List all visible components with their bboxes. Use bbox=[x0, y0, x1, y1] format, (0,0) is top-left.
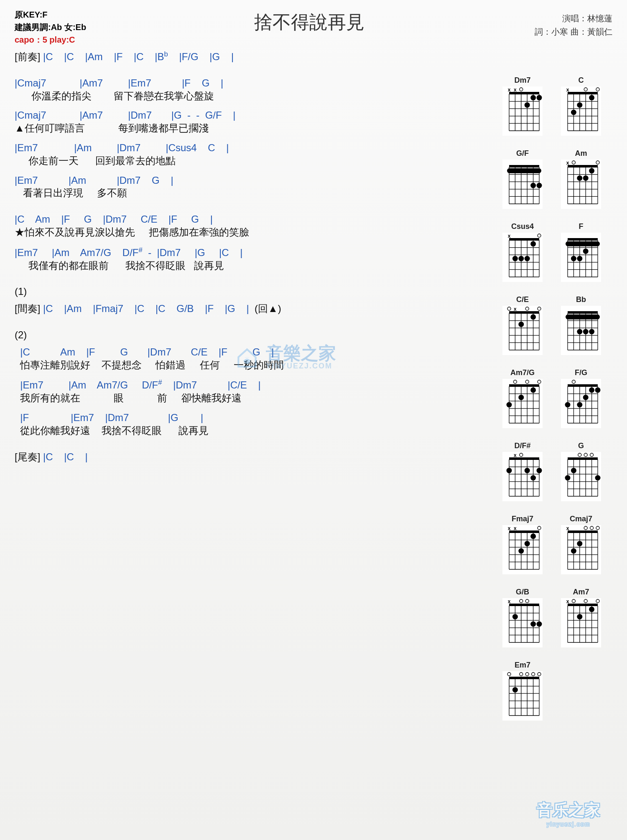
chord-grid: x bbox=[502, 598, 543, 649]
v1-l3: 你走前一天 回到最常去的地點 bbox=[15, 155, 492, 167]
chord-label: Bb bbox=[576, 295, 586, 304]
svg-point-69 bbox=[577, 175, 582, 181]
chord-grid bbox=[502, 671, 543, 722]
chord-row: Dm7xxCx bbox=[500, 76, 612, 137]
svg-point-32 bbox=[589, 95, 594, 100]
outro-label: [尾奏] bbox=[15, 451, 40, 462]
svg-point-14 bbox=[530, 95, 536, 100]
chord-diagram-csus4: Csus4x bbox=[500, 222, 545, 284]
v1-l4: 看著日出浮現 多不願 bbox=[15, 187, 492, 199]
svg-point-126 bbox=[507, 307, 511, 310]
chord-row: Csus4xF bbox=[500, 222, 612, 284]
song-title: 捨不得說再見 bbox=[115, 8, 504, 35]
svg-point-162 bbox=[525, 380, 529, 383]
svg-text:x: x bbox=[566, 525, 569, 531]
svg-point-86 bbox=[530, 241, 536, 246]
chord-grid bbox=[561, 306, 601, 357]
sharp-symbol: # bbox=[139, 246, 143, 254]
chord-label: Am7 bbox=[573, 588, 589, 596]
svg-point-123 bbox=[518, 322, 524, 327]
chord-label: C/E bbox=[516, 295, 529, 304]
svg-point-52 bbox=[537, 183, 542, 188]
chord-row: Am7/GF/G bbox=[500, 368, 612, 430]
credit-singer: 演唱：林憶蓮 bbox=[504, 12, 612, 25]
meta-left: 原KEY:F 建議男調:Ab 女:Eb capo：5 play:C bbox=[15, 8, 115, 46]
chord-diagram-am: Amx bbox=[558, 149, 604, 211]
svg-point-275 bbox=[525, 599, 529, 603]
chord-label: Dm7 bbox=[514, 76, 530, 85]
svg-point-70 bbox=[596, 161, 599, 164]
svg-point-122 bbox=[530, 314, 536, 320]
chord-diagram-dm7: Dm7xx bbox=[500, 76, 545, 137]
svg-point-311 bbox=[538, 673, 541, 676]
chord-grid: x bbox=[561, 160, 601, 211]
chord-diagram-cmaj7: Cmaj7x bbox=[558, 515, 604, 576]
chord-label: F/G bbox=[575, 368, 587, 377]
chord-diagram-gb: G/Bx bbox=[500, 588, 545, 649]
svg-point-274 bbox=[530, 622, 536, 627]
svg-point-34 bbox=[571, 110, 576, 115]
chord-row: Fmaj7xxCmaj7x bbox=[500, 515, 612, 576]
svg-point-13 bbox=[537, 95, 542, 100]
svg-point-234 bbox=[530, 533, 536, 539]
svg-rect-105 bbox=[566, 241, 600, 246]
svg-text:x: x bbox=[566, 599, 569, 604]
chord-label: Csus4 bbox=[511, 222, 534, 231]
intro-chords-b: |F/G |G | bbox=[168, 51, 234, 62]
svg-point-180 bbox=[577, 402, 582, 408]
svg-point-89 bbox=[525, 256, 530, 261]
v1-c1: |Cmaj7 |Am7 |Em7 |F G | bbox=[15, 77, 492, 89]
chord-diagram-c: Cx bbox=[558, 76, 604, 137]
svg-point-33 bbox=[577, 102, 582, 108]
svg-text:x: x bbox=[508, 233, 511, 239]
svg-point-125 bbox=[525, 307, 529, 310]
meta-right: 演唱：林憶蓮 詞：小寒 曲：黃韻仁 bbox=[504, 8, 612, 38]
svg-point-253 bbox=[577, 541, 582, 546]
svg-point-53 bbox=[530, 183, 536, 188]
chord-grid: xx bbox=[502, 86, 543, 137]
svg-point-312 bbox=[532, 673, 535, 676]
chord-diagrams-column: Dm7xxCxG/FAmxCsus4xFC/ExBbAm7/GF/GD/F#xG… bbox=[500, 50, 612, 722]
outro: [尾奏] |C |C | bbox=[15, 451, 492, 463]
bottom-logo: 音乐之家 yinyuezj.com bbox=[522, 797, 614, 830]
svg-rect-141 bbox=[566, 315, 600, 320]
chord-grid: x bbox=[561, 86, 601, 137]
svg-point-36 bbox=[584, 88, 587, 91]
svg-point-276 bbox=[520, 599, 523, 603]
bottom-logo-url: yinyuezj.com bbox=[547, 821, 591, 827]
svg-point-237 bbox=[538, 526, 541, 530]
svg-point-236 bbox=[518, 548, 524, 554]
main-row: [前奏] |C |C |Am |F |C |Bb |F/G |G | |Cmaj… bbox=[15, 50, 612, 722]
chord-label: G/F bbox=[516, 149, 529, 158]
credit-writer: 詞：小寒 曲：黃韻仁 bbox=[504, 25, 612, 38]
chord-grid: x bbox=[502, 233, 543, 284]
svg-point-272 bbox=[512, 614, 518, 619]
svg-point-35 bbox=[596, 88, 599, 91]
v1-c4: |Em7 |Am |Dm7 G | bbox=[15, 175, 492, 187]
chord-label: Am7/G bbox=[510, 368, 535, 377]
chord-row: Em7 bbox=[500, 661, 612, 722]
chord-label: C bbox=[579, 76, 584, 85]
chord-diagram-g: G bbox=[558, 442, 604, 503]
interlude-line: [間奏] |C |Am |Fmaj7 |C |C G/B |F |G | (回▲… bbox=[15, 303, 492, 315]
svg-point-198 bbox=[507, 468, 512, 473]
svg-point-219 bbox=[584, 453, 587, 457]
intro-line: [前奏] |C |C |Am |F |C |Bb |F/G |G | bbox=[15, 50, 492, 63]
chord-label: G bbox=[578, 442, 584, 450]
svg-point-161 bbox=[538, 380, 541, 383]
chord-grid: xx bbox=[502, 525, 543, 576]
chord-label: D/F# bbox=[514, 442, 530, 450]
svg-point-200 bbox=[520, 453, 523, 457]
intro-chords-a: |C |C |Am |F |C |B bbox=[40, 51, 164, 62]
svg-point-217 bbox=[595, 475, 601, 481]
ch-l2: 我僅有的都在眼前 我捨不得眨眼 說再見 bbox=[15, 260, 492, 272]
svg-point-235 bbox=[525, 541, 530, 546]
svg-point-16 bbox=[520, 88, 523, 91]
chord-diagram-am7: Am7x bbox=[558, 588, 604, 649]
svg-point-144 bbox=[577, 329, 582, 335]
svg-point-216 bbox=[565, 475, 571, 481]
svg-point-314 bbox=[520, 673, 523, 676]
original-key: 原KEY:F bbox=[15, 8, 115, 21]
chord-grid bbox=[561, 452, 601, 503]
svg-point-158 bbox=[530, 387, 536, 393]
